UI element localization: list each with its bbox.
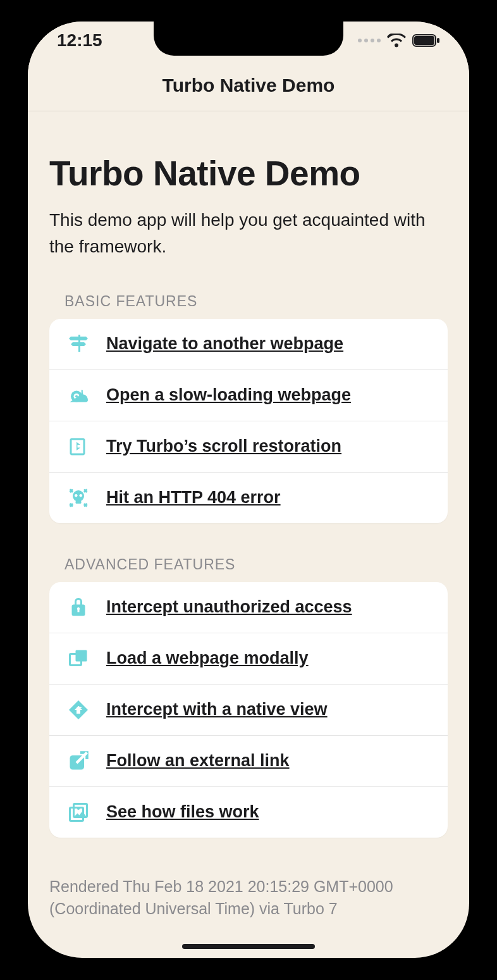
row-label: See how files work bbox=[106, 802, 259, 822]
phone-frame: 12:15 Turbo Native Demo Turbo Native Dem… bbox=[13, 6, 484, 973]
volume-up-button bbox=[8, 209, 13, 278]
row-slow-loading[interactable]: Open a slow-loading webpage bbox=[49, 369, 448, 421]
section-heading-basic: BASIC FEATURES bbox=[64, 293, 448, 310]
nav-bar: Turbo Native Demo bbox=[28, 59, 469, 111]
diamond-arrow-icon bbox=[66, 697, 91, 723]
svg-rect-1 bbox=[414, 36, 434, 45]
signpost-icon bbox=[66, 332, 91, 357]
svg-point-8 bbox=[80, 494, 83, 497]
nav-title: Turbo Native Demo bbox=[163, 75, 335, 96]
cellular-dots-icon bbox=[358, 39, 381, 42]
row-load-modally[interactable]: Load a webpage modally bbox=[49, 633, 448, 684]
section-heading-advanced: ADVANCED FEATURES bbox=[64, 556, 448, 573]
status-time: 12:15 bbox=[57, 30, 102, 51]
screen: 12:15 Turbo Native Demo Turbo Native Dem… bbox=[28, 22, 469, 958]
external-link-icon bbox=[66, 748, 91, 774]
ringer-switch bbox=[8, 144, 13, 175]
row-label: Intercept unauthorized access bbox=[106, 597, 352, 617]
page-content[interactable]: Turbo Native Demo This demo app will hel… bbox=[28, 111, 469, 958]
row-unauthorized[interactable]: Intercept unauthorized access bbox=[49, 582, 448, 633]
lock-icon bbox=[66, 595, 91, 620]
row-label: Navigate to another webpage bbox=[106, 334, 343, 354]
power-button bbox=[484, 228, 489, 329]
status-icons bbox=[358, 34, 440, 47]
page-subtitle: This demo app will help you get acquaint… bbox=[49, 207, 448, 260]
row-navigate-webpage[interactable]: Navigate to another webpage bbox=[49, 319, 448, 369]
row-external-link[interactable]: Follow an external link bbox=[49, 735, 448, 786]
scroll-icon bbox=[66, 434, 91, 459]
svg-rect-11 bbox=[76, 650, 87, 661]
row-label: Load a webpage modally bbox=[106, 648, 309, 668]
row-label: Try Turbo’s scroll restoration bbox=[106, 437, 341, 456]
modal-icon bbox=[66, 646, 91, 671]
row-scroll-restoration[interactable]: Try Turbo’s scroll restoration bbox=[49, 421, 448, 472]
row-label: Intercept with a native view bbox=[106, 700, 328, 719]
svg-rect-9 bbox=[76, 500, 82, 504]
svg-point-15 bbox=[77, 807, 80, 809]
card-advanced-features: Intercept unauthorized access Load a web… bbox=[49, 582, 448, 838]
row-label: Open a slow-loading webpage bbox=[106, 385, 351, 405]
notch bbox=[154, 22, 343, 56]
battery-icon bbox=[412, 34, 440, 47]
row-files[interactable]: See how files work bbox=[49, 786, 448, 838]
row-label: Hit an HTTP 404 error bbox=[106, 488, 281, 507]
snail-icon bbox=[66, 383, 91, 408]
images-icon bbox=[66, 800, 91, 825]
svg-point-7 bbox=[75, 494, 78, 497]
page-title: Turbo Native Demo bbox=[49, 154, 448, 193]
card-basic-features: Navigate to another webpage Open a slow-… bbox=[49, 319, 448, 523]
home-indicator[interactable] bbox=[182, 944, 315, 949]
wifi-icon bbox=[387, 34, 406, 47]
row-404-error[interactable]: Hit an HTTP 404 error bbox=[49, 472, 448, 523]
footer-text: Rendered Thu Feb 18 2021 20:15:29 GMT+00… bbox=[49, 876, 448, 920]
volume-down-button bbox=[8, 291, 13, 361]
skull-icon bbox=[66, 485, 91, 511]
svg-point-6 bbox=[73, 490, 84, 502]
row-label: Follow an external link bbox=[106, 751, 290, 771]
row-native-view[interactable]: Intercept with a native view bbox=[49, 684, 448, 735]
svg-rect-2 bbox=[437, 38, 439, 43]
